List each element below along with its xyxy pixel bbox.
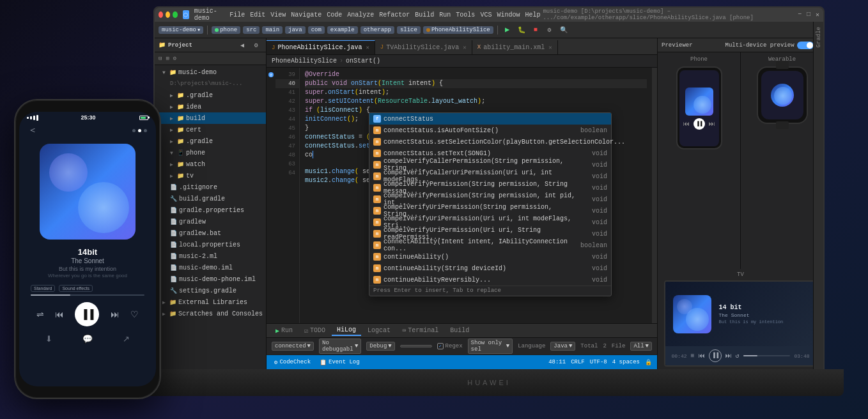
tree-item-cert[interactable]: ▶ 📁 cert	[155, 124, 266, 135]
tree-item-buildgradle[interactable]: 🔧 build.gradle	[155, 193, 266, 204]
autocomplete-item-1[interactable]: m connectStatus.isAutoFontSize() boolean	[369, 125, 611, 136]
tree-item-idea[interactable]: ▶ 📁 idea	[155, 101, 266, 112]
debug-mode-dropdown[interactable]: Debug ▼	[366, 342, 394, 351]
project-badge[interactable]: music-demo ▼	[159, 26, 203, 34]
favorite-button[interactable]: ♡	[130, 309, 139, 319]
tab-close-icon[interactable]: ✕	[463, 44, 466, 51]
scrollbar[interactable]	[652, 68, 657, 323]
search-icon[interactable]: 🔍	[558, 24, 570, 36]
tree-item-musicdemoiil[interactable]: 📄 music-demo.iml	[155, 262, 266, 273]
example-badge[interactable]: example	[327, 26, 358, 34]
regex-tool[interactable]: ✓ Regex	[437, 343, 463, 349]
tree-item-gradlewbat[interactable]: 📄 gradlew.bat	[155, 227, 266, 239]
close-icon[interactable]: ✕	[816, 11, 819, 19]
mini-play-button[interactable]: ▐▐	[694, 118, 705, 130]
tree-item-settingsgradle[interactable]: 🔧 settings.gradle	[155, 285, 266, 296]
sidebar-settings-icon[interactable]: ⚙	[251, 40, 262, 51]
tree-item-music2ml[interactable]: 📄 music-2.ml	[155, 250, 266, 262]
tab-close-icon[interactable]: ✕	[366, 44, 369, 51]
codecheck-status[interactable]: ⚙ CodeCheck	[272, 359, 313, 366]
main-badge[interactable]: main	[262, 26, 283, 34]
gear-icon[interactable]: ⚙	[172, 54, 178, 63]
code-editor[interactable]: @	[267, 68, 657, 323]
tree-item-path[interactable]: D:\projects\music-...	[155, 78, 266, 89]
quality-badge-standard[interactable]: Standard	[31, 285, 55, 292]
log-tab-hilog[interactable]: HiLog	[332, 325, 361, 336]
tree-item-localprops[interactable]: 📄 local.properties	[155, 239, 266, 250]
menu-tools[interactable]: Tools	[456, 11, 475, 19]
window-min-btn[interactable]	[166, 11, 170, 18]
back-icon[interactable]: ＜	[28, 125, 37, 136]
log-tab-run[interactable]: ▶ Run	[270, 326, 298, 336]
tree-item-watch[interactable]: ▶ 📁 watch	[155, 158, 266, 170]
menu-vcs[interactable]: VCS	[480, 11, 492, 19]
connected-dropdown[interactable]: connected ▼	[272, 342, 314, 351]
tv-play-button[interactable]: ▐▐	[709, 349, 722, 362]
shuffle-button[interactable]: ⇌	[36, 309, 44, 319]
regex-checkbox[interactable]: ✓	[437, 343, 444, 349]
settings-icon[interactable]: ⚙	[544, 24, 555, 36]
menu-run[interactable]: Run	[439, 11, 451, 19]
tree-item-extlibs[interactable]: ▶ 📁 External Libraries	[155, 296, 266, 308]
window-close-btn[interactable]	[159, 11, 163, 18]
tab-tv-ability-slice[interactable]: J TVAbilitySlice.java ✕	[375, 40, 472, 54]
menu-build[interactable]: Build	[415, 11, 434, 19]
tree-item-gradle1[interactable]: ▶ 📁 .gradle	[155, 89, 266, 101]
play-pause-button[interactable]: ▐▐	[75, 302, 99, 326]
tree-item-gradleprops[interactable]: 📄 gradle.properties	[155, 204, 266, 216]
tree-item-gitignore[interactable]: 📄 .gitignore	[155, 181, 266, 193]
menu-window[interactable]: Window	[497, 11, 520, 19]
menu-file[interactable]: File	[229, 11, 245, 19]
quality-badge-effects[interactable]: Sound effects	[59, 285, 93, 292]
comment-icon[interactable]: 💬	[82, 334, 93, 344]
breadcrumb-method[interactable]: onStart()	[346, 57, 380, 65]
breadcrumb-file[interactable]: PhoneAbilitySlice	[272, 57, 337, 65]
menu-navigate[interactable]: Navigate	[291, 11, 322, 19]
menu-edit[interactable]: Edit	[250, 11, 265, 19]
tree-item-gradle2[interactable]: ▶ 📁 .gradle	[155, 135, 266, 147]
autocomplete-item-11[interactable]: m connectAbility(Intent intent, IAbility…	[369, 240, 611, 251]
tree-item-musicdemophoneiml[interactable]: 📄 music-demo-phone.iml	[155, 273, 266, 285]
window-max-btn[interactable]	[173, 11, 177, 18]
autocomplete-item-13[interactable]: m continueAbility(String deviceId) void	[369, 263, 611, 274]
minimize-icon[interactable]: −	[798, 11, 802, 19]
log-tab-todo[interactable]: ☑ TODO	[299, 326, 330, 336]
download-icon[interactable]: ⬇	[45, 334, 52, 344]
menu-code[interactable]: Code	[327, 11, 342, 19]
tree-item-scratches[interactable]: ▶ 📁 Scratches and Consoles	[155, 308, 266, 319]
stop-button[interactable]: ■	[530, 24, 541, 36]
progress-bar[interactable]	[31, 294, 144, 296]
collapse-all-icon[interactable]: ⊟	[157, 54, 163, 63]
file-badge[interactable]: PhoneAbilitySlice	[423, 26, 493, 34]
all-dropdown[interactable]: All ▼	[630, 342, 652, 351]
event-log-status[interactable]: 📋 Event Log	[317, 359, 362, 366]
share-icon[interactable]: ↗	[123, 334, 130, 344]
search-input[interactable]	[400, 345, 432, 347]
java-badge[interactable]: java	[285, 26, 306, 34]
restore-icon[interactable]: □	[807, 11, 810, 19]
log-tab-terminal[interactable]: ⌨ Terminal	[397, 326, 444, 336]
tree-item-phone[interactable]: ▼ 📱 phone	[155, 147, 266, 158]
menu-help[interactable]: Help	[525, 11, 540, 19]
src-badge[interactable]: src	[243, 26, 260, 34]
show-only-dropdown[interactable]: Show only sel ▼	[468, 339, 513, 354]
debuggable-dropdown[interactable]: No debuggabl ▼	[319, 339, 361, 354]
menu-view[interactable]: View	[270, 11, 286, 19]
otherapp-badge[interactable]: otherapp	[360, 26, 394, 34]
log-tab-build[interactable]: Build	[445, 326, 474, 335]
debug-button[interactable]: 🐛	[516, 24, 527, 36]
menu-refactor[interactable]: Refactor	[379, 11, 410, 19]
tab-ability-main-xml[interactable]: X ability_main.xml ✕	[472, 40, 558, 54]
menu-analyze[interactable]: Analyze	[347, 11, 374, 19]
multi-device-toggle[interactable]	[797, 42, 814, 49]
prev-button[interactable]: ⏮	[55, 309, 64, 319]
device-badge[interactable]: phone	[212, 26, 240, 34]
autocomplete-item-12[interactable]: m continueAbility() void	[369, 251, 611, 263]
slice-badge[interactable]: slice	[397, 26, 421, 34]
autocomplete-item-2[interactable]: m connectStatus.setSelectionColor(playBu…	[369, 136, 611, 148]
run-button[interactable]: ▶	[502, 24, 513, 36]
tree-item-gradlew[interactable]: 📄 gradlew	[155, 216, 266, 227]
com-badge[interactable]: com	[308, 26, 325, 34]
tree-item-tv[interactable]: ▶ 📁 tv	[155, 170, 266, 181]
expand-all-icon[interactable]: ⊞	[164, 54, 170, 63]
